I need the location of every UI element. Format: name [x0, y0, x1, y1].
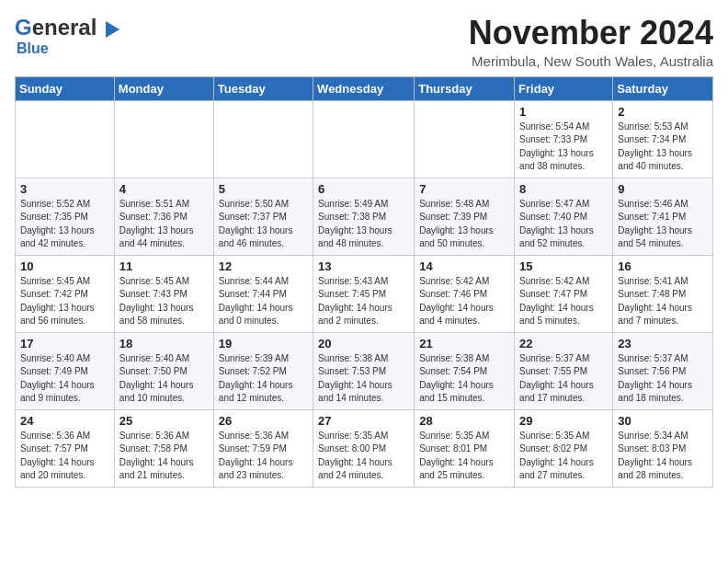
weekday-header-monday: Monday [114, 76, 213, 100]
calendar-cell: 29Sunrise: 5:35 AM Sunset: 8:02 PM Dayli… [515, 409, 613, 487]
location-subtitle: Merimbula, New South Wales, Australia [469, 53, 713, 69]
weekday-header-wednesday: Wednesday [313, 76, 415, 100]
day-info: Sunrise: 5:40 AM Sunset: 7:50 PM Dayligh… [119, 352, 209, 406]
weekday-header-thursday: Thursday [415, 76, 515, 100]
calendar-cell: 28Sunrise: 5:35 AM Sunset: 8:01 PM Dayli… [415, 409, 515, 487]
day-number: 27 [318, 414, 409, 428]
calendar-cell [16, 100, 115, 178]
day-number: 25 [119, 414, 209, 428]
day-number: 23 [618, 337, 708, 350]
day-number: 16 [618, 259, 708, 273]
calendar-header-row: SundayMondayTuesdayWednesdayThursdayFrid… [16, 76, 713, 100]
day-number: 3 [20, 182, 109, 196]
day-info: Sunrise: 5:50 AM Sunset: 7:37 PM Dayligh… [219, 198, 308, 251]
day-info: Sunrise: 5:43 AM Sunset: 7:45 PM Dayligh… [318, 275, 409, 328]
calendar-body: 1Sunrise: 5:54 AM Sunset: 7:33 PM Daylig… [16, 100, 713, 487]
calendar-cell: 17Sunrise: 5:40 AM Sunset: 7:49 PM Dayli… [16, 332, 115, 409]
weekday-header-sunday: Sunday [16, 76, 115, 100]
day-info: Sunrise: 5:42 AM Sunset: 7:47 PM Dayligh… [519, 275, 608, 328]
day-info: Sunrise: 5:39 AM Sunset: 7:52 PM Dayligh… [219, 352, 308, 406]
day-info: Sunrise: 5:52 AM Sunset: 7:35 PM Dayligh… [20, 198, 109, 251]
calendar-cell: 9Sunrise: 5:46 AM Sunset: 7:41 PM Daylig… [613, 178, 713, 255]
calendar-cell: 2Sunrise: 5:53 AM Sunset: 7:34 PM Daylig… [613, 100, 713, 178]
calendar-cell [114, 100, 213, 178]
calendar-cell: 6Sunrise: 5:49 AM Sunset: 7:38 PM Daylig… [313, 178, 415, 255]
calendar-cell: 13Sunrise: 5:43 AM Sunset: 7:45 PM Dayli… [313, 255, 415, 332]
calendar-cell: 3Sunrise: 5:52 AM Sunset: 7:35 PM Daylig… [16, 178, 115, 255]
weekday-header-saturday: Saturday [613, 76, 713, 100]
weekday-header-tuesday: Tuesday [213, 76, 313, 100]
calendar-cell: 27Sunrise: 5:35 AM Sunset: 8:00 PM Dayli… [313, 409, 415, 487]
day-number: 15 [519, 259, 608, 273]
calendar-week-row: 1Sunrise: 5:54 AM Sunset: 7:33 PM Daylig… [16, 100, 713, 178]
calendar-cell: 8Sunrise: 5:47 AM Sunset: 7:40 PM Daylig… [515, 178, 613, 255]
logo-triangle-icon [106, 21, 119, 38]
day-number: 13 [318, 259, 409, 273]
day-info: Sunrise: 5:35 AM Sunset: 8:02 PM Dayligh… [519, 430, 608, 483]
page-header: General Blue November 2024 Merimbula, Ne… [15, 15, 713, 69]
weekday-header-friday: Friday [515, 76, 613, 100]
calendar-week-row: 10Sunrise: 5:45 AM Sunset: 7:42 PM Dayli… [16, 255, 713, 332]
day-info: Sunrise: 5:35 AM Sunset: 8:00 PM Dayligh… [318, 430, 409, 483]
day-number: 10 [20, 259, 109, 273]
day-number: 20 [318, 337, 409, 350]
calendar-cell: 11Sunrise: 5:45 AM Sunset: 7:43 PM Dayli… [114, 255, 213, 332]
calendar-cell: 22Sunrise: 5:37 AM Sunset: 7:55 PM Dayli… [515, 332, 613, 409]
calendar-cell: 30Sunrise: 5:34 AM Sunset: 8:03 PM Dayli… [613, 409, 713, 487]
title-area: November 2024 Merimbula, New South Wales… [469, 15, 713, 69]
day-info: Sunrise: 5:34 AM Sunset: 8:03 PM Dayligh… [618, 430, 708, 483]
day-number: 30 [618, 414, 708, 428]
logo: General Blue [15, 15, 119, 57]
day-info: Sunrise: 5:40 AM Sunset: 7:49 PM Dayligh… [20, 352, 109, 406]
day-number: 2 [618, 105, 708, 119]
day-number: 5 [219, 182, 308, 196]
calendar-week-row: 3Sunrise: 5:52 AM Sunset: 7:35 PM Daylig… [16, 178, 713, 255]
day-info: Sunrise: 5:47 AM Sunset: 7:40 PM Dayligh… [519, 198, 608, 251]
calendar-cell: 19Sunrise: 5:39 AM Sunset: 7:52 PM Dayli… [213, 332, 313, 409]
day-number: 29 [519, 414, 608, 428]
day-info: Sunrise: 5:45 AM Sunset: 7:42 PM Dayligh… [20, 275, 109, 328]
calendar-cell: 15Sunrise: 5:42 AM Sunset: 7:47 PM Dayli… [515, 255, 613, 332]
day-number: 1 [519, 105, 608, 119]
day-info: Sunrise: 5:44 AM Sunset: 7:44 PM Dayligh… [219, 275, 308, 328]
calendar-cell: 25Sunrise: 5:36 AM Sunset: 7:58 PM Dayli… [114, 409, 213, 487]
day-number: 11 [119, 259, 209, 273]
day-number: 8 [519, 182, 608, 196]
day-number: 28 [419, 414, 509, 428]
calendar-cell: 23Sunrise: 5:37 AM Sunset: 7:56 PM Dayli… [613, 332, 713, 409]
day-info: Sunrise: 5:54 AM Sunset: 7:33 PM Dayligh… [519, 121, 608, 174]
day-info: Sunrise: 5:45 AM Sunset: 7:43 PM Dayligh… [119, 275, 209, 328]
calendar-cell [415, 100, 515, 178]
calendar-cell: 14Sunrise: 5:42 AM Sunset: 7:46 PM Dayli… [415, 255, 515, 332]
calendar-cell: 7Sunrise: 5:48 AM Sunset: 7:39 PM Daylig… [415, 178, 515, 255]
day-info: Sunrise: 5:38 AM Sunset: 7:54 PM Dayligh… [419, 352, 509, 406]
day-number: 26 [219, 414, 308, 428]
day-number: 21 [419, 337, 509, 350]
day-info: Sunrise: 5:38 AM Sunset: 7:53 PM Dayligh… [318, 352, 409, 406]
calendar-week-row: 24Sunrise: 5:36 AM Sunset: 7:57 PM Dayli… [16, 409, 713, 487]
calendar-cell: 26Sunrise: 5:36 AM Sunset: 7:59 PM Dayli… [213, 409, 313, 487]
calendar-table: SundayMondayTuesdayWednesdayThursdayFrid… [15, 76, 713, 488]
day-info: Sunrise: 5:37 AM Sunset: 7:56 PM Dayligh… [618, 352, 708, 406]
day-number: 19 [219, 337, 308, 350]
calendar-week-row: 17Sunrise: 5:40 AM Sunset: 7:49 PM Dayli… [16, 332, 713, 409]
calendar-cell [213, 100, 313, 178]
day-number: 7 [419, 182, 509, 196]
day-number: 17 [20, 337, 109, 350]
day-info: Sunrise: 5:36 AM Sunset: 7:58 PM Dayligh… [119, 430, 209, 483]
calendar-cell: 10Sunrise: 5:45 AM Sunset: 7:42 PM Dayli… [16, 255, 115, 332]
day-number: 4 [119, 182, 209, 196]
calendar-cell: 12Sunrise: 5:44 AM Sunset: 7:44 PM Dayli… [213, 255, 313, 332]
calendar-cell: 5Sunrise: 5:50 AM Sunset: 7:37 PM Daylig… [213, 178, 313, 255]
day-info: Sunrise: 5:49 AM Sunset: 7:38 PM Dayligh… [318, 198, 409, 251]
day-info: Sunrise: 5:36 AM Sunset: 7:59 PM Dayligh… [219, 430, 308, 483]
calendar-cell: 4Sunrise: 5:51 AM Sunset: 7:36 PM Daylig… [114, 178, 213, 255]
day-info: Sunrise: 5:51 AM Sunset: 7:36 PM Dayligh… [119, 198, 209, 251]
day-info: Sunrise: 5:42 AM Sunset: 7:46 PM Dayligh… [419, 275, 509, 328]
day-number: 6 [318, 182, 409, 196]
day-info: Sunrise: 5:48 AM Sunset: 7:39 PM Dayligh… [419, 198, 509, 251]
day-number: 12 [219, 259, 308, 273]
day-info: Sunrise: 5:41 AM Sunset: 7:48 PM Dayligh… [618, 275, 708, 328]
calendar-cell: 1Sunrise: 5:54 AM Sunset: 7:33 PM Daylig… [515, 100, 613, 178]
day-info: Sunrise: 5:36 AM Sunset: 7:57 PM Dayligh… [20, 430, 109, 483]
